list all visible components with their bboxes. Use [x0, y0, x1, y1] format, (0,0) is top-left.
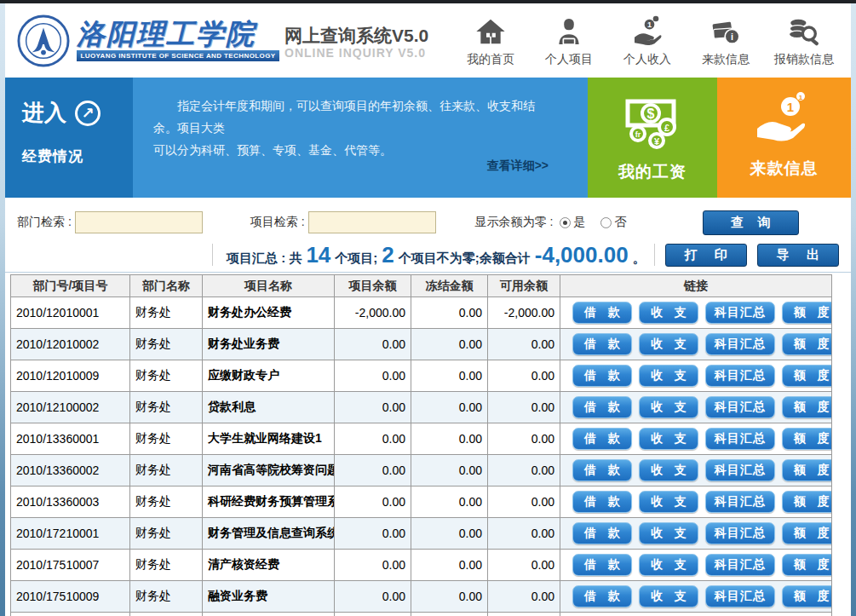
- loan-button[interactable]: 借 款: [572, 585, 632, 607]
- row-links: 借 款收 支科目汇总额 度: [560, 518, 831, 550]
- income-tile-label: 来款信息: [717, 158, 851, 180]
- row-balance: 0.00: [335, 392, 411, 423]
- row-dept-name: 财务处: [130, 392, 203, 423]
- query-button[interactable]: 查 询: [703, 210, 798, 235]
- row-dept-project-id: 2010/13360001: [11, 423, 130, 455]
- quota-button[interactable]: 额 度: [782, 491, 831, 513]
- quota-button[interactable]: 额 度: [782, 585, 831, 607]
- loan-button[interactable]: 借 款: [572, 365, 632, 387]
- nav-item-reimbursement-info[interactable]: 报销款信息: [767, 14, 841, 67]
- loan-button[interactable]: 借 款: [572, 491, 632, 513]
- table-row: 2010/12010001财务处财务处办公经费-2,000.000.00-2,0…: [11, 297, 831, 329]
- income-expense-button[interactable]: 收 支: [639, 522, 698, 544]
- subject-summary-button[interactable]: 科目汇总: [705, 522, 775, 544]
- row-dept-project-id: 2010/12010009: [11, 360, 130, 392]
- row-project-name: 融资业务费: [203, 581, 335, 613]
- search-section: 部门检索 : 项目检索 : 显示余额为零 : 是 否 查 询 项目汇总 : 共 …: [5, 198, 851, 273]
- banknotes-info-icon: i: [709, 14, 743, 49]
- row-frozen: 0.00: [411, 392, 488, 423]
- row-available: 0.00: [488, 518, 560, 550]
- enter-subtitle: 经费情况: [22, 147, 133, 166]
- income-expense-button[interactable]: 收 支: [639, 428, 698, 450]
- quota-button[interactable]: 额 度: [782, 302, 831, 324]
- table-row: 2010/17210001财务处财务管理及信息查询系统0.000.000.00借…: [11, 518, 831, 550]
- radio-yes[interactable]: [560, 217, 571, 228]
- enter-funds-tile[interactable]: 进入 ↗ 经费情况: [5, 78, 133, 198]
- row-links: 借 款收 支科目汇总额 度: [560, 360, 831, 392]
- subject-summary-button[interactable]: 科目汇总: [705, 396, 775, 418]
- row-available: -2,000.00: [488, 297, 560, 329]
- row-dept-name: 财务处: [130, 360, 203, 392]
- intro-text-line1: 指定会计年度和期间，可以查询项目的年初余额、往来款、收支和结余。项目大类: [153, 95, 554, 139]
- quota-button[interactable]: 额 度: [782, 554, 831, 576]
- row-available: 0.00: [488, 486, 560, 518]
- subject-summary-button[interactable]: 科目汇总: [705, 365, 775, 387]
- enter-title: 进入: [22, 98, 66, 128]
- row-dept-project-id: 2010/13360003: [11, 486, 130, 518]
- quota-button[interactable]: 额 度: [782, 522, 831, 544]
- summary-total-count: 14: [302, 244, 335, 266]
- income-expense-button[interactable]: 收 支: [639, 302, 698, 324]
- subject-summary-button[interactable]: 科目汇总: [705, 554, 775, 576]
- results-table-wrap: 部门号/项目号 部门名称 项目名称 项目余额 冻结金额 可用余额 链接 2010…: [5, 273, 851, 616]
- income-expense-button[interactable]: 收 支: [639, 396, 698, 418]
- subject-summary-button[interactable]: 科目汇总: [705, 428, 775, 450]
- dept-search-input[interactable]: [75, 211, 203, 233]
- zero-balance-radio-group: 显示余额为零 : 是 否: [475, 215, 642, 230]
- radio-no[interactable]: [600, 217, 612, 228]
- loan-button[interactable]: 借 款: [572, 396, 632, 418]
- row-dept-project-id: 2010/12010001: [11, 297, 130, 329]
- quota-button[interactable]: 额 度: [782, 365, 831, 387]
- row-dept-name: 财务处: [130, 550, 203, 581]
- row-project-name: 大学生就业网络建设1: [203, 423, 335, 455]
- quota-button[interactable]: 额 度: [782, 428, 831, 450]
- quota-button[interactable]: 额 度: [782, 396, 831, 418]
- row-available: [488, 613, 560, 616]
- loan-button[interactable]: 借 款: [572, 428, 632, 450]
- income-expense-button[interactable]: 收 支: [639, 491, 698, 513]
- nav-label: 个人收入: [623, 52, 671, 67]
- quota-button[interactable]: 额 度: [782, 459, 831, 481]
- nav-label: 个人项目: [545, 52, 593, 67]
- nav-item-incoming-funds[interactable]: i 来款信息: [689, 14, 762, 67]
- income-expense-button[interactable]: 收 支: [639, 365, 698, 387]
- col-header-balance: 项目余额: [335, 275, 411, 297]
- subject-summary-button[interactable]: 科目汇总: [705, 585, 775, 607]
- row-balance: -2,000.00: [335, 297, 411, 329]
- income-expense-button[interactable]: 收 支: [639, 554, 698, 576]
- loan-button[interactable]: 借 款: [572, 459, 632, 481]
- row-dept-name: 财务处: [130, 329, 203, 360]
- export-button[interactable]: 导 出: [757, 244, 839, 267]
- loan-button[interactable]: 借 款: [572, 302, 632, 324]
- nav-item-personal-income[interactable]: 1 个人收入: [611, 14, 684, 67]
- summary-nonzero-count: 2: [377, 244, 398, 266]
- nav-item-home[interactable]: 我的首页: [454, 14, 527, 67]
- view-detail-link[interactable]: 查看详细>>: [487, 158, 549, 174]
- row-available: 0.00: [488, 550, 560, 581]
- loan-button[interactable]: 借 款: [572, 522, 632, 544]
- loan-button[interactable]: 借 款: [572, 333, 632, 355]
- quota-button[interactable]: 额 度: [782, 333, 831, 355]
- loan-button[interactable]: 借 款: [572, 554, 632, 576]
- row-project-name: 财务处业务费: [203, 329, 335, 360]
- nav-item-personal-projects[interactable]: 个人项目: [532, 14, 606, 67]
- income-expense-button[interactable]: 收 支: [639, 459, 698, 481]
- subject-summary-button[interactable]: 科目汇总: [705, 491, 775, 513]
- col-header-dept-name: 部门名称: [130, 275, 203, 297]
- table-row: 2010/13360002财务处河南省高等院校筹资问题0.000.000.00借…: [11, 455, 831, 486]
- project-search-input[interactable]: [308, 211, 436, 233]
- row-links: 借 款收 支科目汇总额 度: [560, 455, 831, 486]
- subject-summary-button[interactable]: 科目汇总: [705, 459, 775, 481]
- subject-summary-button[interactable]: 科目汇总: [705, 333, 775, 355]
- my-salary-tile[interactable]: $ £ fr ¥ 我的工资: [588, 78, 717, 198]
- row-project-name: 科研经费财务预算管理系: [203, 486, 335, 518]
- col-header-links: 链接: [560, 275, 831, 297]
- col-header-frozen: 冻结金额: [411, 275, 488, 297]
- print-button[interactable]: 打 印: [665, 244, 747, 267]
- university-seal-logo: [17, 14, 70, 67]
- subject-summary-button[interactable]: 科目汇总: [705, 302, 775, 324]
- enter-arrow-icon: ↗: [75, 101, 101, 126]
- income-expense-button[interactable]: 收 支: [639, 333, 698, 355]
- income-expense-button[interactable]: 收 支: [639, 585, 698, 607]
- incoming-funds-tile[interactable]: 1 1 来款信息: [717, 78, 851, 198]
